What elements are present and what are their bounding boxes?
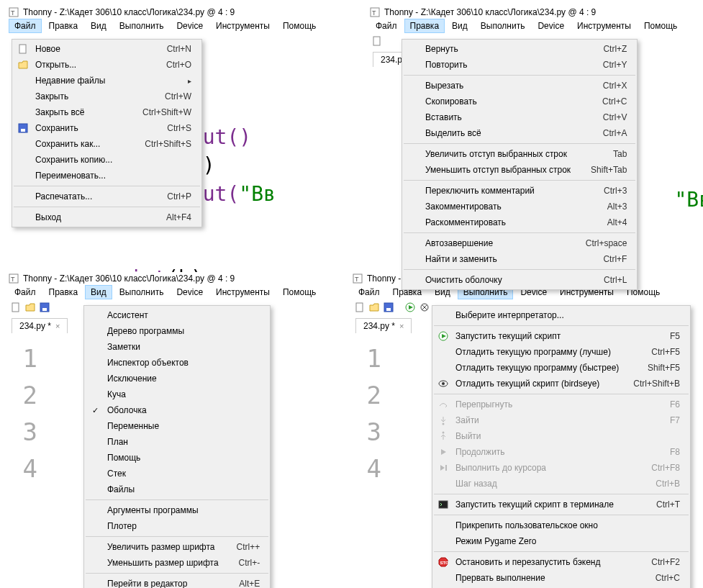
view-menu-item[interactable]: Помощь <box>84 450 270 466</box>
file-menu-item[interactable]: Закрыть всёCtrl+Shift+W <box>12 104 201 120</box>
edit-menu-item[interactable]: Переключить комментарийCtrl+3 <box>402 183 637 199</box>
view-menu-item[interactable]: Заметки <box>84 339 270 355</box>
svg-rect-12 <box>42 308 47 311</box>
view-menu-item[interactable]: Стек <box>84 466 270 481</box>
view-menu-item[interactable]: Ассистент <box>84 307 270 323</box>
menu-item-shortcut: Ctrl+X <box>603 81 627 91</box>
edit-menu-item[interactable]: Очистить оболочкуCtrl+L <box>402 272 637 288</box>
edit-menu-item[interactable]: ВставитьCtrl+V <box>402 109 637 125</box>
file-menu-item[interactable]: ВыходAlt+F4 <box>12 209 201 225</box>
thonny-logo-icon: T <box>353 273 363 284</box>
run-menu-item[interactable]: Выберите интерпретатор... <box>432 307 690 323</box>
menu-device[interactable]: Device <box>171 285 209 299</box>
menu-file[interactable]: Файл <box>9 19 42 33</box>
view-menu-item[interactable]: Уменьшить размер шрифтаCtrl+- <box>84 555 270 571</box>
edit-menu-item[interactable]: РаскомментироватьAlt+4 <box>402 214 637 230</box>
view-menu-item[interactable]: Куча <box>84 386 270 402</box>
menu-edit[interactable]: Правка <box>404 19 445 33</box>
menu-file[interactable]: Файл <box>353 285 386 299</box>
menu-device[interactable]: Device <box>171 19 209 33</box>
code-token: "Введите <box>674 188 703 212</box>
edit-menu-item[interactable]: ПовторитьCtrl+Y <box>402 57 637 73</box>
tab-close-icon[interactable]: × <box>399 322 404 330</box>
file-menu-item[interactable]: СохранитьCtrl+S <box>12 120 201 136</box>
menu-tools[interactable]: Инструменты <box>210 285 276 299</box>
menu-edit[interactable]: Правка <box>43 285 84 299</box>
edit-menu-item[interactable]: ВырезатьCtrl+X <box>402 78 637 94</box>
view-menu-item[interactable]: Инспектор объектов <box>84 355 270 371</box>
menu-view[interactable]: Вид <box>85 19 112 33</box>
edit-menu-item[interactable]: ВернутьCtrl+Z <box>402 41 637 57</box>
svg-rect-2 <box>19 45 26 53</box>
title-text: Thonny - Z:\Кадет 306\10 класс\Логика\23… <box>23 7 235 17</box>
menu-help[interactable]: Помощь <box>638 19 683 33</box>
view-menu-item[interactable]: Перейти в редакторAlt+E <box>84 576 270 588</box>
line-number: 1 <box>350 340 393 377</box>
edit-menu-item[interactable]: Найти и заменитьCtrl+F <box>402 251 637 267</box>
edit-menu-item[interactable]: Увеличить отступ выбранных строкTab <box>402 146 637 162</box>
save-icon[interactable] <box>383 302 394 313</box>
run-menu-item[interactable]: Запустить текущий скриптF5 <box>432 328 690 344</box>
run-menu-item[interactable]: Отладить текущую программу (лучше)Ctrl+F… <box>432 344 690 360</box>
menu-tools[interactable]: Инструменты <box>210 19 276 33</box>
file-menu-item[interactable]: Переименовать... <box>12 168 201 184</box>
menu-view[interactable]: Вид <box>446 19 473 33</box>
menu-file[interactable]: Файл <box>9 285 42 299</box>
menu-view[interactable]: Вид <box>85 285 112 299</box>
file-menu-item[interactable]: Сохранить копию... <box>12 152 201 168</box>
menu-run[interactable]: Выполнить <box>114 19 170 33</box>
menu-run[interactable]: Выполнить <box>114 285 170 299</box>
run-menu-item[interactable]: STOPОстановить и перезапустить бэкендCtr… <box>432 554 690 570</box>
edit-menu-item[interactable]: АвтозавершениеCtrl+space <box>402 235 637 251</box>
view-menu-item[interactable]: Файлы <box>84 481 270 497</box>
menu-run[interactable]: Выполнить <box>475 19 531 33</box>
new-file-icon[interactable] <box>10 302 22 313</box>
edit-menu-item[interactable]: Выделить всёCtrl+A <box>402 125 637 141</box>
menu-item-label: Отладить текущую программу (лучше) <box>455 347 645 357</box>
menu-item-label: Распечатать... <box>35 191 161 202</box>
menu-file[interactable]: Файл <box>370 19 403 33</box>
menu-help[interactable]: Помощь <box>277 285 322 299</box>
edit-menu-item[interactable]: Уменьшить отступ выбранных строкShift+Ta… <box>402 162 637 178</box>
menu-edit[interactable]: Правка <box>43 19 84 33</box>
view-menu-item[interactable]: Переменные <box>84 418 270 434</box>
file-menu-item[interactable]: НовоеCtrl+N <box>12 41 201 57</box>
tab-close-icon[interactable]: × <box>55 322 60 330</box>
file-menu-item[interactable]: Распечатать...Ctrl+P <box>12 189 201 204</box>
code-editor[interactable]: nput() (a) nput("Вв <box>178 91 344 236</box>
view-menu-item[interactable]: Увеличить размер шрифтаCtrl++ <box>84 539 270 555</box>
new-file-icon[interactable] <box>371 35 383 47</box>
svg-text:T: T <box>11 9 15 17</box>
file-menu-item[interactable]: Недавние файлы▸ <box>12 73 201 89</box>
open-file-icon[interactable] <box>24 302 36 313</box>
view-menu-item[interactable]: План <box>84 434 270 450</box>
run-menu-item: Выйти <box>432 428 690 444</box>
run-icon[interactable] <box>404 302 416 313</box>
run-menu-item[interactable]: Отладить текущую программу (быстрее)Shif… <box>432 360 690 376</box>
file-menu-item[interactable]: Открыть...Ctrl+O <box>12 57 201 73</box>
menu-device[interactable]: Device <box>532 19 570 33</box>
run-menu-item[interactable]: Прервать выполнениеCtrl+C <box>432 570 690 586</box>
run-menu-item[interactable]: Отладить текущий скрипт (birdseye)Ctrl+S… <box>432 376 690 392</box>
editor-tab[interactable]: 234.py * × <box>12 318 68 333</box>
view-menu-item[interactable]: Исключение <box>84 371 270 386</box>
view-menu-item[interactable]: Плотер <box>84 518 270 534</box>
save-icon[interactable] <box>39 302 50 313</box>
debug-icon[interactable] <box>419 302 430 313</box>
run-menu-item[interactable]: Режим Pygame Zero <box>432 533 690 549</box>
run-menu-item[interactable]: Прикрепить пользовательское окно <box>432 517 690 533</box>
menu-tools[interactable]: Инструменты <box>571 19 637 33</box>
file-menu-item[interactable]: ЗакрытьCtrl+W <box>12 89 201 104</box>
view-menu-item[interactable]: Оболочка <box>84 402 270 418</box>
menu-item-shortcut: Ctrl+Shift+W <box>142 107 191 117</box>
run-menu-item[interactable]: Запустить текущий скрипт в терминалеCtrl… <box>432 497 690 512</box>
new-file-icon[interactable] <box>354 302 366 313</box>
edit-menu-item[interactable]: ЗакомментироватьAlt+3 <box>402 199 637 214</box>
edit-menu-item[interactable]: СкопироватьCtrl+C <box>402 94 637 109</box>
view-menu-item[interactable]: Аргументы программы <box>84 502 270 518</box>
editor-tab[interactable]: 234.py * × <box>355 318 412 333</box>
open-file-icon[interactable] <box>368 302 380 313</box>
menu-help[interactable]: Помощь <box>277 19 322 33</box>
view-menu-item[interactable]: Дерево программы <box>84 323 270 339</box>
file-menu-item[interactable]: Сохранить как...Ctrl+Shift+S <box>12 136 201 152</box>
